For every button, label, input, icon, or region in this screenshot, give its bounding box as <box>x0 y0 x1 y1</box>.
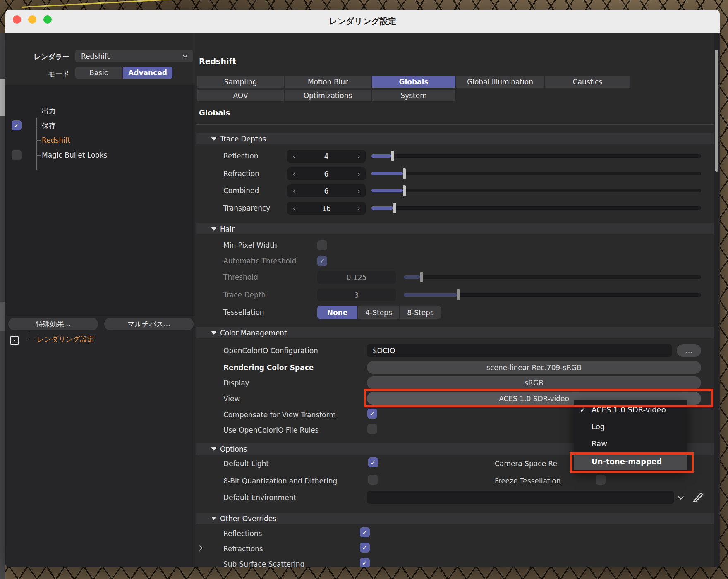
tab-system[interactable]: System <box>371 89 456 102</box>
ocio-config-label: OpenColorIO Configuration <box>223 347 318 355</box>
rendering-color-space-label: Rendering Color Space <box>223 364 314 372</box>
freeze-tessellation-checkbox[interactable] <box>596 475 606 485</box>
selection-target-icon[interactable] <box>10 336 19 345</box>
quantization-checkbox[interactable] <box>368 475 378 485</box>
combined-slider[interactable] <box>371 185 701 196</box>
special-effects-button[interactable]: 特殊効果... <box>8 318 98 330</box>
decrement-icon[interactable]: ‹ <box>287 187 301 195</box>
increment-icon[interactable]: › <box>352 204 366 213</box>
menu-item-raw[interactable]: Raw <box>574 435 687 452</box>
refractions-expander-icon[interactable] <box>197 545 203 551</box>
scrollbar-track[interactable] <box>714 33 719 567</box>
collapse-triangle-icon <box>211 447 216 451</box>
tree-item-magic-bullet[interactable]: Magic Bullet Looks <box>36 151 107 159</box>
tab-caustics[interactable]: Caustics <box>544 76 631 88</box>
reflections-checkbox[interactable]: ✓ <box>360 527 370 537</box>
reflection-slider[interactable] <box>371 151 701 161</box>
min-pixel-width-checkbox[interactable] <box>317 240 327 250</box>
tessellation-4steps-button[interactable]: 4-Steps <box>358 306 399 319</box>
environment-chevron-icon[interactable] <box>678 494 684 500</box>
decrement-icon[interactable]: ‹ <box>287 170 301 178</box>
refraction-label: Refraction <box>223 170 259 178</box>
tree-item-output[interactable]: 出力 <box>36 106 56 116</box>
refractions-checkbox[interactable]: ✓ <box>360 543 370 553</box>
collapse-triangle-icon <box>211 227 216 231</box>
min-pixel-width-label: Min Pixel Width <box>223 241 277 249</box>
sub-surface-label: Sub-Surface Scattering <box>223 560 304 567</box>
mode-basic-button[interactable]: Basic <box>75 67 122 79</box>
compensate-checkbox[interactable]: ✓ <box>367 409 377 419</box>
decrement-icon[interactable]: ‹ <box>287 152 301 160</box>
renderer-label: レンダラー <box>14 52 69 62</box>
viewport-guide-line <box>22 0 187 8</box>
render-settings-tree-item[interactable]: レンダリング設定 <box>37 335 94 344</box>
threshold-input[interactable]: 0.125 <box>317 271 396 284</box>
tessellation-none-button[interactable]: None <box>317 306 357 319</box>
increment-icon[interactable]: › <box>352 187 366 195</box>
file-rules-label: Use OpenColorIO File Rules <box>223 426 318 434</box>
increment-icon[interactable]: › <box>352 170 366 178</box>
view-label: View <box>223 395 240 403</box>
minimize-window-button[interactable] <box>28 15 36 24</box>
titlebar[interactable]: レンダリング設定 <box>5 10 720 33</box>
default-environment-input[interactable] <box>367 491 674 504</box>
decrement-icon[interactable]: ‹ <box>287 204 301 213</box>
compensate-label: Compensate for View Transform <box>223 411 336 419</box>
rendering-color-space-button[interactable]: scene-linear Rec.709-sRGB <box>367 361 701 374</box>
eyedropper-icon[interactable] <box>691 490 705 504</box>
default-light-checkbox[interactable]: ✓ <box>368 457 378 467</box>
tab-sampling[interactable]: Sampling <box>197 76 284 88</box>
threshold-slider[interactable] <box>404 272 701 282</box>
tree-item-redshift[interactable]: Redshift <box>36 136 70 144</box>
close-window-button[interactable] <box>13 15 21 24</box>
tab-motion-blur[interactable]: Motion Blur <box>284 76 371 88</box>
trace-depths-header[interactable]: Trace Depths <box>196 133 714 144</box>
collapse-triangle-icon <box>211 137 216 141</box>
tab-optimizations[interactable]: Optimizations <box>284 89 371 102</box>
ocio-browse-button[interactable]: ... <box>677 344 701 357</box>
increment-icon[interactable]: › <box>352 152 366 160</box>
hair-trace-depth-label: Trace Depth <box>223 291 266 299</box>
zoom-window-button[interactable] <box>43 15 52 24</box>
render-settings-window: レンダリング設定 レンダラー Redshift モード Basic Advanc… <box>5 10 720 567</box>
transparency-slider[interactable] <box>371 203 701 213</box>
refraction-slider[interactable] <box>371 168 701 179</box>
tab-global-illumination[interactable]: Global Illumination <box>456 76 544 88</box>
sub-surface-checkbox[interactable]: ✓ <box>360 558 370 567</box>
reflection-label: Reflection <box>223 152 259 160</box>
tessellation-8steps-button[interactable]: 8-Steps <box>400 306 441 319</box>
sidebar <box>5 33 195 567</box>
combined-label: Combined <box>223 187 259 195</box>
magic-bullet-checkbox[interactable] <box>12 150 22 160</box>
reflection-spinner[interactable]: ‹ 4 › <box>287 150 366 163</box>
multipass-button[interactable]: マルチパス... <box>104 318 194 330</box>
hair-header[interactable]: Hair <box>196 223 714 234</box>
refraction-spinner[interactable]: ‹ 6 › <box>287 167 366 180</box>
save-enabled-checkbox[interactable]: ✓ <box>12 120 22 130</box>
hair-trace-depth-slider[interactable] <box>404 290 701 300</box>
freeze-tessellation-label: Freeze Tessellation <box>495 477 560 485</box>
tree-item-save[interactable]: 保存 <box>36 121 56 131</box>
renderer-dropdown[interactable]: Redshift <box>75 50 193 62</box>
quantization-label: 8-Bit Quantization and Dithering <box>223 477 337 485</box>
scrollbar-thumb[interactable] <box>715 50 718 172</box>
display-button[interactable]: sRGB <box>367 376 701 389</box>
ocio-config-input[interactable]: $OCIO <box>367 344 672 357</box>
menu-item-log[interactable]: Log <box>574 418 687 435</box>
divider <box>196 124 714 125</box>
other-overrides-header[interactable]: Other Overrides <box>196 513 714 524</box>
mode-label: モード <box>14 69 69 79</box>
mode-advanced-button[interactable]: Advanced <box>123 67 172 79</box>
color-management-header[interactable]: Color Management <box>196 327 714 338</box>
combined-spinner[interactable]: ‹ 6 › <box>287 184 366 197</box>
tab-globals[interactable]: Globals <box>371 76 456 88</box>
tab-aov[interactable]: AOV <box>197 89 284 102</box>
refractions-label: Refractions <box>223 545 263 553</box>
camera-space-label: Camera Space Re <box>495 459 557 468</box>
hair-trace-depth-input[interactable]: 3 <box>317 289 396 301</box>
file-rules-checkbox[interactable] <box>367 424 377 434</box>
automatic-threshold-checkbox[interactable]: ✓ <box>317 256 327 266</box>
transparency-spinner[interactable]: ‹ 16 › <box>287 202 366 215</box>
window-title: レンダリング設定 <box>329 16 396 27</box>
transparency-label: Transparency <box>223 204 270 212</box>
